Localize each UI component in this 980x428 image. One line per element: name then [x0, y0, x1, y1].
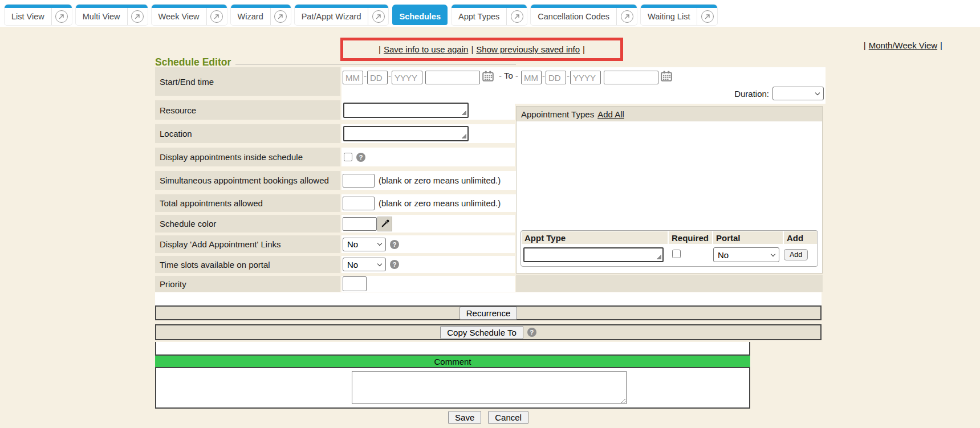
priority-input[interactable] — [343, 276, 367, 291]
open-in-new-icon-section[interactable] — [51, 8, 72, 25]
add-appointment-links-cell: No — [341, 235, 515, 253]
open-in-new-icon-section[interactable] — [697, 8, 717, 25]
end-year-input[interactable] — [570, 71, 601, 84]
help-icon[interactable] — [390, 260, 399, 269]
priority-cell — [341, 276, 515, 292]
time-slots-portal-label: Time slots available on portal — [155, 256, 340, 273]
tab-list-view[interactable]: List View — [5, 5, 72, 25]
simultaneous-bookings-input[interactable] — [343, 174, 375, 187]
appt-type-table-row: No Add — [522, 244, 817, 266]
resource-cell — [341, 100, 515, 120]
end-month-input[interactable] — [521, 71, 542, 84]
appointment-types-panel: Appointment Types Add All Appt Type Requ… — [516, 106, 823, 274]
open-in-new-icon-section[interactable] — [127, 8, 148, 25]
schedule-color-input[interactable] — [343, 217, 377, 231]
schedule-color-cell — [341, 215, 515, 233]
add-all-link[interactable]: Add All — [597, 109, 624, 119]
display-appointments-checkbox[interactable] — [344, 153, 352, 161]
separator-pipe: | — [940, 40, 942, 50]
calendar-icon[interactable] — [482, 71, 494, 81]
page-title: Schedule Editor — [155, 56, 231, 68]
chevron-down-icon — [771, 251, 775, 256]
appointment-types-title: Appointment Types — [521, 109, 594, 119]
start-time-input[interactable] — [425, 71, 480, 84]
duration-group: Duration: — [734, 87, 824, 100]
tab-wizard[interactable]: Wizard — [231, 5, 291, 25]
open-in-new-icon-section[interactable] — [616, 8, 637, 25]
tab-cancellation-codes[interactable]: Cancellation Codes — [531, 5, 637, 25]
select-value: No — [347, 239, 358, 249]
open-in-new-icon — [274, 10, 287, 23]
month-week-view-link[interactable]: Month/Week View — [869, 40, 937, 50]
open-in-new-icon — [701, 10, 714, 23]
help-icon[interactable] — [356, 153, 365, 162]
date-separator: - — [388, 71, 391, 80]
tab-schedules[interactable]: Schedules — [392, 5, 448, 25]
to-label: - To - — [499, 71, 518, 80]
open-in-new-icon-section[interactable] — [270, 8, 291, 25]
appt-type-input[interactable] — [523, 247, 664, 262]
tab-pat-appt-wizard[interactable]: Pat/Appt Wizard — [295, 5, 389, 25]
add-appt-type-button[interactable]: Add — [784, 249, 808, 260]
tab-label: Pat/Appt Wizard — [295, 8, 368, 25]
tab-week-view[interactable]: Week View — [152, 5, 227, 25]
total-appointments-input[interactable] — [343, 197, 375, 210]
schedule-color-label: Schedule color — [155, 215, 340, 233]
tab-label: Multi View — [76, 8, 127, 25]
cancel-button[interactable]: Cancel — [488, 411, 528, 424]
legend-divider — [235, 64, 516, 64]
simultaneous-bookings-cell: (blank or zero means unlimited.) — [341, 171, 518, 190]
color-picker-button[interactable] — [377, 217, 392, 231]
form-bottom-band — [155, 292, 822, 305]
tab-waiting-list[interactable]: Waiting List — [641, 5, 717, 25]
date-separator: - — [364, 71, 367, 80]
location-combo — [343, 126, 469, 141]
required-checkbox[interactable] — [672, 250, 681, 258]
recurrence-button[interactable]: Recurrence — [459, 307, 518, 320]
tab-label: Cancellation Codes — [531, 8, 616, 25]
unlimited-note: (blank or zero means unlimited.) — [379, 176, 501, 185]
select-value: No — [718, 250, 729, 260]
end-time-input[interactable] — [604, 71, 658, 84]
start-end-time-label: Start/End time — [155, 67, 340, 96]
show-saved-info-link[interactable]: Show previously saved info — [476, 44, 580, 54]
resource-label: Resource — [155, 100, 340, 120]
appt-type-table: Appt Type Required Portal Add No Add — [521, 230, 818, 267]
open-in-new-icon — [621, 10, 633, 23]
portal-select[interactable]: No — [713, 247, 779, 262]
chevron-down-icon — [377, 261, 382, 266]
comment-textarea[interactable] — [352, 371, 627, 404]
recurrence-bar: Recurrence — [155, 305, 822, 320]
start-year-input[interactable] — [392, 71, 422, 84]
appointment-types-header: Appointment Types Add All — [517, 107, 822, 121]
tab-label: Week View — [152, 8, 206, 25]
open-in-new-icon — [511, 10, 523, 23]
add-appointment-links-select[interactable]: No — [343, 238, 386, 251]
open-in-new-icon — [55, 10, 68, 23]
display-appointments-cell — [341, 148, 515, 166]
help-icon[interactable] — [390, 240, 399, 249]
save-button[interactable]: Save — [448, 411, 481, 424]
resource-input[interactable] — [343, 103, 469, 118]
panel-lower-strip — [516, 275, 823, 292]
priority-label: Priority — [155, 276, 340, 292]
location-input[interactable] — [343, 126, 469, 141]
calendar-icon[interactable] — [661, 71, 672, 81]
open-in-new-icon-section[interactable] — [206, 8, 227, 25]
open-in-new-icon-section[interactable] — [368, 8, 388, 25]
tab-label: Wizard — [231, 8, 270, 25]
comment-header: Comment — [155, 354, 750, 368]
help-icon[interactable] — [527, 328, 536, 337]
month-week-view-nav: | Month/Week View | — [864, 40, 942, 50]
save-info-link[interactable]: Save info to use again — [384, 44, 468, 54]
tab-appt-types[interactable]: Appt Types — [452, 5, 527, 25]
open-in-new-icon-section[interactable] — [506, 8, 527, 25]
copy-schedule-button[interactable]: Copy Schedule To — [440, 326, 523, 339]
start-month-input[interactable] — [343, 71, 363, 84]
time-slots-portal-select[interactable]: No — [343, 258, 386, 271]
tab-multi-view[interactable]: Multi View — [76, 5, 148, 25]
start-day-input[interactable] — [367, 71, 388, 84]
add-appointment-links-label: Display 'Add Appointment' Links — [155, 235, 340, 253]
end-day-input[interactable] — [546, 71, 566, 84]
duration-select[interactable] — [772, 87, 824, 100]
